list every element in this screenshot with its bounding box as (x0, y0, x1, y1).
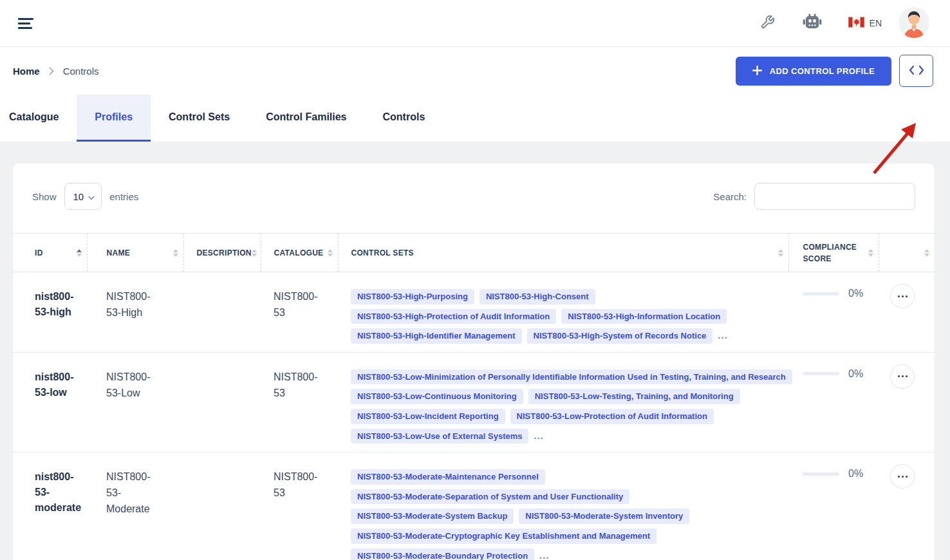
control-set-chip[interactable]: NIST800-53-Moderate-Cryptographic Key Es… (351, 528, 657, 544)
tab-controls[interactable]: Controls (365, 95, 443, 142)
column-header-name[interactable]: NAME (87, 234, 183, 272)
sort-icon (778, 249, 783, 257)
control-set-chip[interactable]: NIST800-53-Low-Testing, Training, and Mo… (528, 389, 740, 404)
compliance-score: 0% (848, 468, 863, 480)
sort-icon (77, 249, 82, 257)
robot-icon (802, 14, 823, 33)
profiles-table-card: Show 10 entries Search: (13, 163, 935, 560)
page-content: Show 10 entries Search: (0, 142, 950, 560)
row-actions-button[interactable] (890, 284, 915, 308)
column-header-description[interactable]: DESCRIPTION (183, 234, 261, 272)
compliance-score: 0% (848, 288, 863, 299)
control-set-chip[interactable]: NIST800-53-Moderate-System Backup (351, 509, 514, 524)
more-chips-indicator[interactable]: ... (718, 328, 728, 342)
table-row: nist800-53-low NIST800-53-Low NIST800-53… (13, 352, 935, 452)
control-set-chip[interactable]: NIST800-53-Low-Protection of Audit Infor… (510, 409, 714, 424)
entries-label: entries (109, 191, 138, 202)
code-view-button[interactable] (899, 55, 933, 87)
language-label: EN (870, 18, 882, 28)
sort-icon (328, 249, 333, 257)
control-set-chip[interactable]: NIST800-53-High-Protection of Audit Info… (351, 309, 556, 324)
tab-profiles[interactable]: Profiles (77, 95, 151, 142)
plus-icon (752, 66, 762, 77)
table-row: nist800-53-moderate NIST800-53-Moderate … (13, 453, 935, 560)
sort-icon (252, 249, 257, 257)
compliance-progress-bar (803, 472, 839, 476)
search-label: Search: (713, 191, 747, 202)
control-set-chip[interactable]: NIST800-53-Moderate-System Inventory (519, 509, 689, 524)
table-row: nist800-53-high NIST800-53-High NIST800-… (13, 272, 935, 353)
sort-icon (173, 249, 178, 257)
column-header-actions[interactable] (879, 234, 935, 272)
compliance-progress-bar (803, 372, 839, 375)
profile-id: nist800-53-moderate (35, 469, 87, 516)
menu-toggle-button[interactable] (15, 15, 36, 32)
profile-id: nist800-53-low (35, 369, 87, 400)
control-set-chip[interactable]: NIST800-53-High-Information Location (561, 309, 727, 324)
profile-catalogue: NIST800-53 (274, 289, 338, 321)
profiles-table: ID NAME DESCRIPTION CATALOGUE (13, 233, 935, 560)
chevron-down-icon (88, 191, 95, 202)
control-set-chip[interactable]: NIST800-53-High-Identifier Management (351, 328, 522, 344)
column-header-id[interactable]: ID (13, 234, 87, 272)
control-set-chip[interactable]: NIST800-53-Low-Continuous Monitoring (351, 389, 523, 404)
control-set-chip[interactable]: NIST800-53-Moderate-Boundary Protection (351, 548, 534, 560)
column-header-control-sets[interactable]: CONTROL SETS (338, 234, 788, 272)
profile-catalogue: NIST800-53 (274, 469, 338, 501)
control-set-chip[interactable]: NIST800-53-Low-Incident Reporting (351, 409, 505, 424)
control-set-chip[interactable]: NIST800-53-Moderate-Maintenance Personne… (351, 469, 545, 485)
compliance-score: 0% (848, 368, 863, 380)
more-chips-indicator[interactable]: ... (534, 429, 544, 443)
avatar-image (899, 30, 929, 40)
more-chips-indicator[interactable]: ... (539, 548, 550, 560)
control-set-chip[interactable]: NIST800-53-High-System of Records Notice (527, 328, 713, 344)
tab-control-families[interactable]: Control Families (248, 95, 364, 142)
profile-name: NIST800-53-Moderate (106, 469, 183, 517)
language-selector[interactable]: EN (848, 17, 882, 30)
page-header: Home Controls ADD CONTROL PROFILE Catalo… (0, 47, 950, 142)
control-set-chips: NIST800-53-Moderate-Maintenance Personne… (351, 469, 788, 560)
tab-control-sets[interactable]: Control Sets (151, 95, 248, 142)
page-size-select[interactable]: 10 (64, 183, 102, 210)
table-controls: Show 10 entries Search: (13, 163, 935, 210)
sort-icon (868, 249, 873, 257)
column-header-catalogue[interactable]: CATALOGUE (261, 234, 338, 272)
tab-bar: Catalogue Profiles Control Sets Control … (0, 95, 950, 142)
search-input[interactable] (754, 183, 915, 210)
breadcrumb-current: Controls (63, 66, 99, 77)
code-icon (908, 64, 925, 78)
top-navbar: EN (0, 0, 950, 47)
control-set-chips: NIST800-53-High-Purposing NIST800-53-Hig… (351, 289, 788, 348)
row-actions-button[interactable] (890, 464, 915, 489)
profile-catalogue: NIST800-53 (274, 369, 338, 402)
tab-catalogue[interactable]: Catalogue (0, 95, 77, 142)
control-set-chip[interactable]: NIST800-53-High-Purposing (351, 289, 474, 304)
wrench-icon (760, 15, 775, 32)
user-avatar[interactable] (899, 7, 929, 40)
control-set-chip[interactable]: NIST800-53-Low-Use of External Systems (351, 429, 528, 444)
compliance-progress-bar (803, 292, 839, 295)
control-set-chips: NIST800-53-Low-Minimization of Personall… (351, 369, 788, 448)
canada-flag-icon (848, 17, 864, 30)
row-actions-button[interactable] (890, 364, 915, 389)
sort-icon (924, 249, 929, 257)
control-set-chip[interactable]: NIST800-53-Low-Minimization of Personall… (351, 369, 792, 385)
profile-id: nist800-53-high (35, 289, 87, 320)
profile-name: NIST800-53-Low (106, 369, 183, 402)
show-label: Show (32, 191, 57, 202)
control-set-chip[interactable]: NIST800-53-Moderate-Separation of System… (351, 489, 629, 505)
assistant-button[interactable] (802, 14, 823, 33)
control-set-chip[interactable]: NIST800-53-High-Consent (480, 289, 595, 304)
chevron-right-icon (49, 67, 54, 75)
column-header-compliance-score[interactable]: COMPLIANCE SCORE (788, 234, 879, 272)
table-header-row: ID NAME DESCRIPTION CATALOGUE (13, 234, 935, 272)
profile-name: NIST800-53-High (106, 289, 183, 321)
breadcrumb-home-link[interactable]: Home (13, 66, 40, 77)
add-control-profile-button[interactable]: ADD CONTROL PROFILE (736, 57, 891, 86)
tools-button[interactable] (760, 15, 775, 32)
